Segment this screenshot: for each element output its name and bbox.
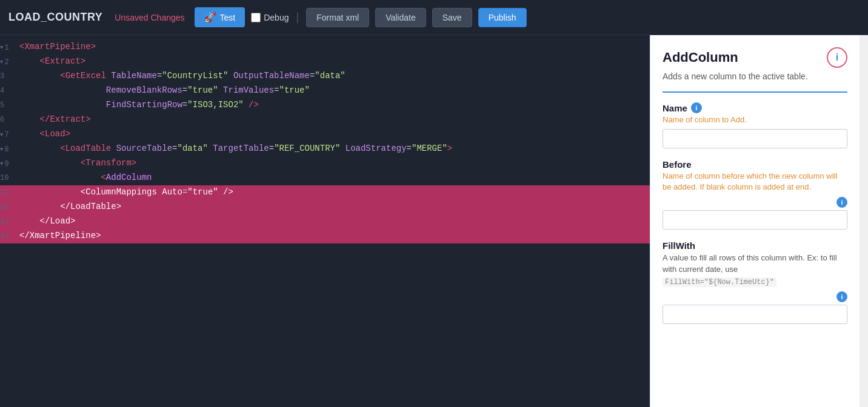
- page-title: LOAD_COUNTRY: [8, 11, 102, 24]
- panel-divider: [663, 91, 847, 93]
- scrollbar[interactable]: [860, 35, 868, 407]
- name-field-label: Name: [663, 103, 687, 113]
- code-line-8: ▼8 <LoadTable SourceTable="data" TargetT…: [0, 142, 650, 156]
- test-button[interactable]: 🚀 Test: [195, 7, 245, 27]
- code-line-7: ▼7 <Load>: [0, 127, 650, 142]
- before-info-icon[interactable]: i: [836, 197, 847, 208]
- toolbar: LOAD_COUNTRY Unsaved Changes 🚀 Test Debu…: [0, 0, 868, 35]
- toolbar-divider: |: [296, 11, 299, 24]
- name-field-desc: Name of column to Add.: [663, 114, 847, 125]
- fillwith-field-section: FillWith A value to fill all rows of thi…: [663, 240, 847, 324]
- code-line-4: 4 RemoveBlankRows="true" TrimValues="tru…: [0, 84, 650, 98]
- code-line-3: 3 <GetExcel TableName="CountryList" Outp…: [0, 69, 650, 84]
- right-panel: AddColumn i Adds a new column to the act…: [650, 35, 868, 407]
- publish-button[interactable]: Publish: [478, 8, 527, 27]
- before-field-label: Before: [663, 159, 692, 170]
- code-line-11: 11 <ColumnMappings Auto="true" />: [0, 185, 650, 200]
- format-xml-button[interactable]: Format xml: [306, 8, 369, 27]
- code-line-5: 5 FindStartingRow="ISO3,ISO2" />: [0, 98, 650, 113]
- panel-subtitle: Adds a new column to the active table.: [663, 70, 847, 83]
- code-editor[interactable]: ▼1 <XmartPipeline> ▼2 <Extract> 3 <GetEx…: [0, 35, 650, 407]
- debug-label: Debug: [264, 13, 289, 22]
- fillwith-code-example: FillWith="${Now.TimeUtc}": [663, 277, 776, 287]
- panel-header: AddColumn i: [663, 47, 847, 68]
- name-field-section: Name i Name of column to Add.: [663, 102, 847, 148]
- validate-button[interactable]: Validate: [375, 8, 426, 27]
- before-field-desc: Name of column before which the new colu…: [663, 171, 847, 193]
- panel-title: AddColumn: [663, 50, 738, 65]
- code-line-12: 12 </LoadTable>: [0, 200, 650, 214]
- code-line-10: 10 <AddColumn: [0, 171, 650, 185]
- code-line-13: 13 </Load>: [0, 214, 650, 229]
- fillwith-info-icon[interactable]: i: [836, 291, 847, 302]
- before-field-section: Before Name of column before which the n…: [663, 159, 847, 229]
- name-info-icon[interactable]: i: [691, 102, 702, 113]
- name-input[interactable]: [663, 129, 847, 148]
- before-input[interactable]: [663, 210, 847, 230]
- fillwith-field-desc: A value to fill all rows of this column …: [663, 252, 847, 288]
- debug-wrap: Debug: [251, 13, 289, 22]
- code-line-14: 14 </XmartPipeline>: [0, 229, 650, 243]
- save-button[interactable]: Save: [432, 8, 472, 27]
- code-line-2: ▼2 <Extract>: [0, 55, 650, 69]
- debug-checkbox[interactable]: [251, 13, 261, 22]
- test-icon: 🚀: [204, 12, 216, 23]
- fillwith-input[interactable]: [663, 305, 847, 324]
- code-line-9: ▼9 <Transform>: [0, 156, 650, 171]
- unsaved-changes-label: Unsaved Changes: [115, 13, 184, 22]
- fillwith-field-label: FillWith: [663, 240, 695, 251]
- info-circle-icon[interactable]: i: [827, 47, 847, 68]
- code-line-6: 6 </Extract>: [0, 113, 650, 127]
- main-area: ▼1 <XmartPipeline> ▼2 <Extract> 3 <GetEx…: [0, 35, 868, 407]
- code-line-1: ▼1 <XmartPipeline>: [0, 40, 650, 55]
